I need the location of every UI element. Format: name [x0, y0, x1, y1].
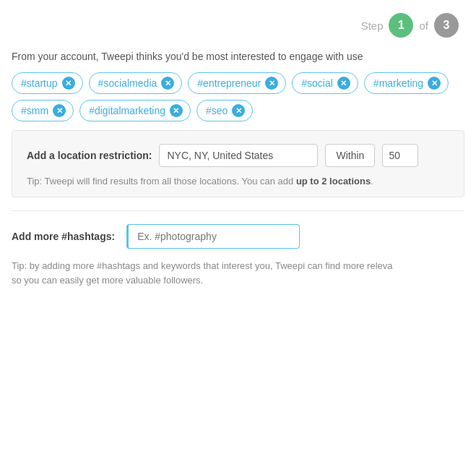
tag-label: #social — [301, 77, 333, 89]
tag-remove-button[interactable]: ✕ — [53, 104, 66, 117]
of-label: of — [419, 20, 428, 32]
tag-remove-button[interactable]: ✕ — [265, 77, 278, 90]
tag-label: #socialmedia — [98, 77, 157, 89]
location-input[interactable] — [159, 144, 318, 167]
location-label: Add a location restriction: — [27, 150, 152, 161]
tag-label: #startup — [21, 77, 58, 89]
distance-input[interactable] — [382, 144, 418, 167]
hashtag-section: Add more #hashtags: — [0, 224, 476, 249]
tag-label: #seo — [206, 105, 228, 116]
tag-label: #smm — [21, 105, 48, 116]
tag-pill: #seo✕ — [196, 100, 253, 121]
tag-pill: #entrepreneur✕ — [188, 72, 286, 94]
bottom-tip: Tip: by adding more #hashtags and keywor… — [0, 259, 476, 287]
tags-area: #startup✕#socialmedia✕#entrepreneur✕#soc… — [0, 72, 476, 121]
step-total-circle: 3 — [434, 13, 459, 38]
tag-pill: #digitalmarketing✕ — [79, 100, 191, 121]
tag-remove-button[interactable]: ✕ — [428, 77, 441, 90]
location-row: Add a location restriction: Within — [27, 144, 449, 167]
tag-pill: #socialmedia✕ — [89, 72, 183, 94]
tag-remove-button[interactable]: ✕ — [170, 104, 183, 117]
location-box: Add a location restriction: Within Tip: … — [12, 130, 464, 197]
tag-label: #marketing — [373, 77, 423, 89]
tag-remove-button[interactable]: ✕ — [62, 77, 75, 90]
tag-pill: #marketing✕ — [364, 72, 449, 94]
tag-pill: #smm✕ — [12, 100, 74, 121]
tag-remove-button[interactable]: ✕ — [232, 104, 245, 117]
location-tip: Tip: Tweepi will find results from all t… — [27, 176, 449, 187]
step-indicator: Step 1 of 3 — [0, 0, 476, 45]
intro-text: From your account, Tweepi thinks you'd b… — [0, 45, 476, 72]
hashtag-label: Add more #hashtags: — [12, 231, 115, 242]
step-current-circle: 1 — [389, 13, 413, 38]
tag-remove-button[interactable]: ✕ — [161, 77, 174, 90]
step-label: Step — [361, 20, 384, 32]
hashtag-input[interactable] — [126, 224, 300, 249]
tag-remove-button[interactable]: ✕ — [337, 77, 350, 90]
tag-pill: #social✕ — [292, 72, 358, 94]
section-divider — [12, 210, 464, 211]
tag-label: #entrepreneur — [197, 77, 261, 89]
tag-label: #digitalmarketing — [89, 105, 165, 116]
tag-pill: #startup✕ — [12, 72, 83, 94]
within-button[interactable]: Within — [325, 144, 375, 167]
